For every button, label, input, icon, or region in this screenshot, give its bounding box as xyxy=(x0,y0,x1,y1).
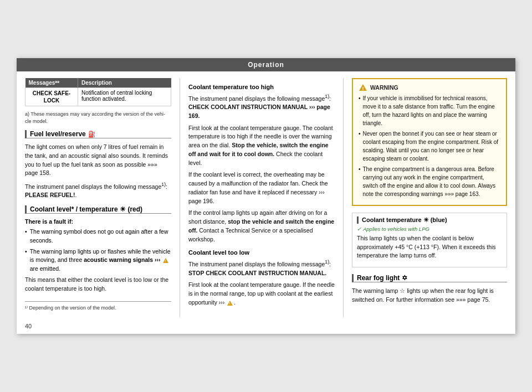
left-column: Messagesᵃᵊ Description CHECK SAFE-LOCK N… xyxy=(25,78,180,317)
coolant-too-high-section: Coolant temperature too high The instrum… xyxy=(188,84,335,244)
rear-fog-body: The warning lamp ☆ lights up when the re… xyxy=(352,287,507,305)
table-cell-key: CHECK SAFE-LOCK xyxy=(25,87,78,106)
mid-column: Coolant temperature too high The instrum… xyxy=(180,78,344,317)
header-title: Operation xyxy=(248,61,284,69)
warning-bullet2-text: Never open the bonnet if you can see or … xyxy=(363,130,500,163)
fault-bullet2-text: The warning lamp lights up or flashes wh… xyxy=(30,247,171,274)
table-cell-desc: Notification of central locking function… xyxy=(78,87,171,106)
table-header-messages: Messagesᵃᵊ xyxy=(25,78,78,88)
coolant-blue-section: Coolant temperature ☀ (blue) ✓ Applies t… xyxy=(352,213,507,267)
lpg-tag-text: Applies to vehicles with LPG xyxy=(363,226,429,232)
coolant-low-title: Coolant level too low xyxy=(188,249,335,256)
fault-title: There is a fault if: xyxy=(25,218,171,225)
warning-text-body: • If your vehicle is immobilised for tec… xyxy=(359,94,500,198)
table-header-description: Description xyxy=(78,78,171,88)
coolant-high-body4: If the control lamp lights up again afte… xyxy=(188,209,335,244)
warning-bullet3-text: The engine compartment is a dangerous ar… xyxy=(363,165,500,198)
coolant-blue-body: This lamp lights up when the coolant is … xyxy=(357,234,502,260)
table-row: CHECK SAFE-LOCK Notification of central … xyxy=(25,87,171,106)
page-number: 40 xyxy=(25,323,32,329)
coolant-high-body1: The instrument panel displays the follow… xyxy=(188,93,335,121)
warning-dot1: • xyxy=(359,94,361,102)
fault-bullet1: • The warning symbol does not go out aga… xyxy=(25,228,171,245)
coolant-blue-title-text: Coolant temperature ☀ (blue) xyxy=(362,216,447,224)
rear-fog-title-text: Rear fog light ✡ xyxy=(357,274,407,282)
warning-header: ! WARNING xyxy=(359,84,500,91)
warning-bullet3: • The engine compartment is a dangerous … xyxy=(359,165,500,198)
fuel-icon: ⛽ xyxy=(88,131,96,138)
coolant-high-body3: If the coolant level is correct, the ove… xyxy=(188,171,335,205)
coolant-red-title-text: Coolant level* / temperature ☀ (red) xyxy=(30,205,142,213)
footnote-divider: ¹⁾ Depending on the version of the model… xyxy=(25,301,171,312)
checkmark-icon: ✓ xyxy=(357,226,361,232)
fuel-body1: The light comes on when only 7 litres of… xyxy=(25,143,171,178)
warning-bullet1-text: If your vehicle is immobilised for techn… xyxy=(363,94,500,127)
warning-dot2: • xyxy=(359,130,361,138)
warning-label: WARNING xyxy=(370,84,398,91)
fault-bullet1-text: The warning symbol does not go out again… xyxy=(30,228,171,245)
coolant-red-title: Coolant level* / temperature ☀ (red) xyxy=(25,205,171,214)
coolant-high-title: Coolant temperature too high xyxy=(188,84,335,90)
rear-fog-title: Rear fog light ✡ xyxy=(352,274,507,282)
bullet-symbol-2: • xyxy=(25,247,27,256)
fault-body3: This means that either the coolant level… xyxy=(25,276,171,293)
fuel-body2: The instrument panel displays the follow… xyxy=(25,181,171,200)
coolant-too-low-section: Coolant level too low The instrument pan… xyxy=(188,249,335,307)
page-header: Operation xyxy=(17,58,515,71)
fault-bullet2: • The warning lamp lights up or flashes … xyxy=(25,247,171,274)
coolant-blue-title: Coolant temperature ☀ (blue) xyxy=(357,216,502,224)
table-footnote: a) These messages may vary according the… xyxy=(25,111,171,125)
coolant-high-body2: First look at the coolant temperature ga… xyxy=(188,124,335,168)
fuel-section-title: Fuel level/reserve ⛽ xyxy=(25,130,171,138)
coolant-low-body1: The instrument panel displays the follow… xyxy=(188,259,335,277)
bullet-symbol: • xyxy=(25,228,27,236)
fuel-title-text: Fuel level/reserve xyxy=(30,130,86,138)
messages-table: Messagesᵃᵊ Description CHECK SAFE-LOCK N… xyxy=(25,78,171,106)
warning-triangle-icon: ! xyxy=(359,84,367,91)
svg-text:!: ! xyxy=(362,86,364,91)
coolant-red-section: Coolant level* / temperature ☀ (red) The… xyxy=(25,205,171,293)
warning-bullet1: • If your vehicle is immobilised for tec… xyxy=(359,94,500,127)
warning-bullet2: • Never open the bonnet if you can see o… xyxy=(359,130,500,163)
fuel-section: Fuel level/reserve ⛽ The light comes on … xyxy=(25,130,171,200)
footnote: ¹⁾ Depending on the version of the model… xyxy=(25,305,171,312)
rear-fog-section: Rear fog light ✡ The warning lamp ☆ ligh… xyxy=(352,274,507,305)
right-column: ! WARNING • If your vehicle is immobilis… xyxy=(344,78,507,317)
page: Operation Messagesᵃᵊ Description CHECK S… xyxy=(17,58,515,334)
lpg-tag: ✓ Applies to vehicles with LPG xyxy=(357,226,502,232)
coolant-low-body2: First look at the coolant temperature ga… xyxy=(188,281,335,307)
warning-box: ! WARNING • If your vehicle is immobilis… xyxy=(352,78,507,206)
warning-dot3: • xyxy=(359,165,361,173)
